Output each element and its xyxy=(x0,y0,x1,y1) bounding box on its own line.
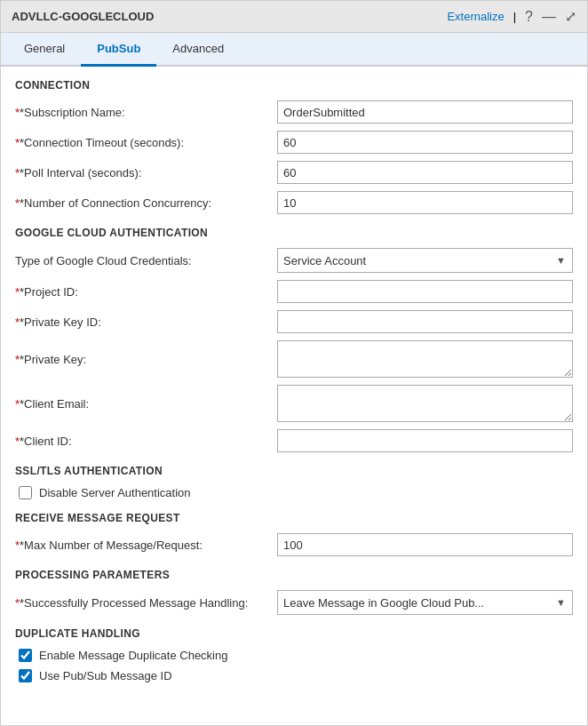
connection-concurrency-input[interactable] xyxy=(277,191,573,214)
enable-duplicate-label: Enable Message Duplicate Checking xyxy=(39,649,227,662)
section-connection-header: CONNECTION xyxy=(15,79,573,92)
tab-pubsub[interactable]: PubSub xyxy=(81,33,156,67)
disable-server-auth-checkbox[interactable] xyxy=(19,486,32,499)
tab-advanced[interactable]: Advanced xyxy=(156,33,240,67)
externalize-link[interactable]: Externalize xyxy=(447,10,504,23)
credentials-type-select[interactable]: Service Account Application Default xyxy=(277,248,573,273)
help-icon[interactable]: ? xyxy=(525,9,533,25)
client-id-label: **Client ID: xyxy=(15,435,277,448)
connection-concurrency-row: **Number of Connection Concurrency: xyxy=(15,191,573,214)
client-email-row: **Client Email: xyxy=(15,385,573,422)
window-title: ADVLLC-GOOGLECLOUD xyxy=(12,10,154,23)
main-window: ADVLLC-GOOGLECLOUD Externalize | ? — ⤢ G… xyxy=(0,0,588,726)
message-handling-wrapper: Leave Message in Google Cloud Pub... Del… xyxy=(277,590,573,615)
credentials-type-label: Type of Google Cloud Credentials: xyxy=(15,254,277,267)
maximize-icon[interactable]: ⤢ xyxy=(565,8,576,25)
message-handling-label: **Successfully Processed Message Handlin… xyxy=(15,596,277,610)
section-ssl-header: SSL/TLS AUTHENTICATION xyxy=(15,465,573,477)
section-google-auth-header: GOOGLE CLOUD AUTHENTICATION xyxy=(15,227,573,239)
section-duplicate-header: DUPLICATE HANDLING xyxy=(15,627,573,640)
subscription-name-input[interactable] xyxy=(277,100,573,124)
tab-general[interactable]: General xyxy=(8,33,81,67)
disable-server-auth-row: Disable Server Authentication xyxy=(15,486,573,499)
client-email-input[interactable] xyxy=(277,385,573,422)
max-messages-row: **Max Number of Message/Request: xyxy=(15,533,573,556)
title-bar: ADVLLC-GOOGLECLOUD Externalize | ? — ⤢ xyxy=(1,1,587,33)
minimize-icon[interactable]: — xyxy=(542,9,556,25)
enable-duplicate-row: Enable Message Duplicate Checking xyxy=(15,649,573,662)
use-pubsub-id-label: Use Pub/Sub Message ID xyxy=(39,669,172,682)
connection-timeout-input[interactable] xyxy=(277,131,573,154)
tab-content: CONNECTION **Subscription Name: **Connec… xyxy=(1,67,587,725)
title-bar-actions: Externalize | ? — ⤢ xyxy=(447,8,576,25)
tab-bar: General PubSub Advanced xyxy=(1,33,587,67)
private-key-id-row: **Private Key ID: xyxy=(15,310,573,333)
disable-server-auth-label: Disable Server Authentication xyxy=(39,486,191,499)
max-messages-label: **Max Number of Message/Request: xyxy=(15,539,277,552)
enable-duplicate-checkbox[interactable] xyxy=(19,649,32,662)
poll-interval-row: **Poll Interval (seconds): xyxy=(15,161,573,184)
max-messages-input[interactable] xyxy=(277,533,573,556)
credentials-type-wrapper: Service Account Application Default ▼ xyxy=(277,248,573,273)
section-processing-header: PROCESSING PARAMETERS xyxy=(15,569,573,581)
section-receive-header: RECEIVE MESSAGE REQUEST xyxy=(15,512,573,524)
connection-timeout-row: **Connection Timeout (seconds): xyxy=(15,131,573,154)
connection-timeout-label: **Connection Timeout (seconds): xyxy=(15,136,277,149)
credentials-type-row: Type of Google Cloud Credentials: Servic… xyxy=(15,248,573,273)
client-id-input[interactable] xyxy=(277,429,573,452)
divider-icon: | xyxy=(513,10,516,23)
project-id-label: **Project ID: xyxy=(15,285,277,299)
use-pubsub-id-checkbox[interactable] xyxy=(19,669,32,682)
subscription-name-row: **Subscription Name: xyxy=(15,100,573,124)
private-key-row: **Private Key: xyxy=(15,340,573,378)
private-key-input[interactable] xyxy=(277,340,573,378)
connection-concurrency-label: **Number of Connection Concurrency: xyxy=(15,196,277,210)
poll-interval-input[interactable] xyxy=(277,161,573,184)
message-handling-select[interactable]: Leave Message in Google Cloud Pub... Del… xyxy=(277,590,573,615)
project-id-input[interactable] xyxy=(277,280,573,303)
private-key-label: **Private Key: xyxy=(15,353,277,366)
client-email-label: **Client Email: xyxy=(15,397,277,411)
poll-interval-label: **Poll Interval (seconds): xyxy=(15,166,277,180)
client-id-row: **Client ID: xyxy=(15,429,573,452)
private-key-id-label: **Private Key ID: xyxy=(15,315,277,329)
subscription-name-label: **Subscription Name: xyxy=(15,106,277,119)
project-id-row: **Project ID: xyxy=(15,280,573,303)
use-pubsub-id-row: Use Pub/Sub Message ID xyxy=(15,669,573,682)
private-key-id-input[interactable] xyxy=(277,310,573,333)
message-handling-row: **Successfully Processed Message Handlin… xyxy=(15,590,573,615)
